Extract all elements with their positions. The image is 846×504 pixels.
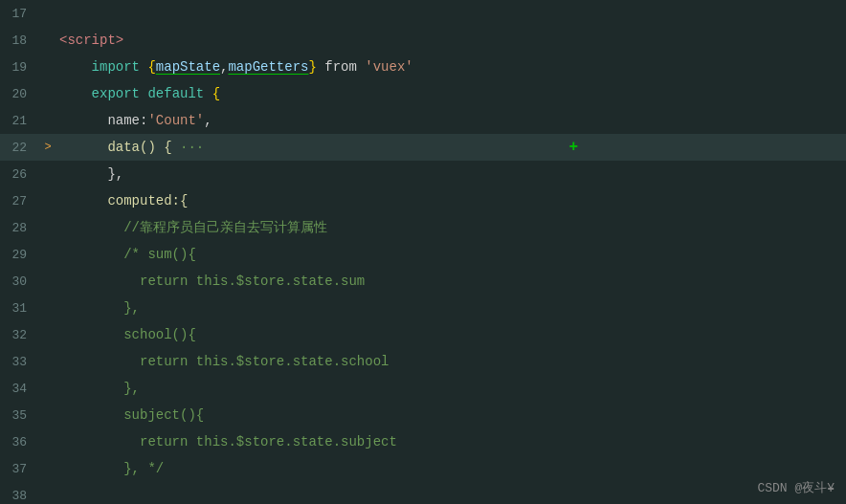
line-number: 21 [0, 114, 40, 128]
line-content: return this.$store.state.subject [56, 428, 846, 455]
line-number: 34 [0, 382, 40, 396]
code-line: 17 [0, 0, 846, 27]
line-number: 33 [0, 355, 40, 369]
line-number: 32 [0, 328, 40, 342]
line-number: 36 [0, 435, 40, 449]
code-line: 30 return this.$store.state.sum [0, 268, 846, 295]
line-number: 30 [0, 274, 40, 289]
code-line: 21 name:'Count', [0, 107, 846, 134]
line-content: }, */ [56, 455, 846, 482]
line-content: return this.$store.state.sum [56, 268, 846, 295]
line-content: data() { ··· [56, 134, 846, 161]
code-line: 22> data() { ···+ [0, 134, 846, 161]
code-line: 38 [0, 482, 846, 504]
code-line: 34 }, [0, 375, 846, 402]
code-line: 20 export default { [0, 80, 846, 107]
code-line: 28 //靠程序员自己亲自去写计算属性 [0, 214, 846, 241]
line-content: export default { [56, 80, 846, 107]
code-line: 32 school(){ [0, 321, 846, 348]
line-content: }, [56, 161, 846, 187]
line-number: 26 [0, 167, 40, 182]
line-content: subject(){ [56, 402, 846, 428]
code-lines: 1718<script>19 import {mapState,mapGette… [0, 0, 846, 504]
line-number: 37 [0, 462, 40, 476]
line-number: 19 [0, 60, 40, 75]
code-editor: 1718<script>19 import {mapState,mapGette… [0, 0, 846, 504]
line-number: 17 [0, 7, 40, 21]
line-number: 38 [0, 489, 40, 503]
line-content: import {mapState,mapGetters} from 'vuex' [56, 54, 846, 80]
code-line: 35 subject(){ [0, 402, 846, 428]
line-number: 28 [0, 221, 40, 235]
code-line: 19 import {mapState,mapGetters} from 'vu… [0, 54, 846, 80]
line-number: 27 [0, 194, 40, 208]
line-number: 31 [0, 301, 40, 316]
line-number: 29 [0, 248, 40, 262]
line-content: }, [56, 375, 846, 402]
code-line: 29 /* sum(){ [0, 241, 846, 268]
line-number: 20 [0, 87, 40, 101]
line-content: /* sum(){ [56, 241, 846, 268]
line-arrow: > [40, 141, 56, 154]
line-content: name:'Count', [56, 107, 846, 134]
line-content: }, [56, 295, 846, 321]
line-content: computed:{ [56, 187, 846, 214]
code-line: 26 }, [0, 161, 846, 187]
line-content: return this.$store.state.school [56, 348, 846, 375]
line-number: 18 [0, 33, 40, 48]
code-line: 18<script> [0, 27, 846, 54]
line-content: <script> [56, 27, 846, 54]
code-line: 31 }, [0, 295, 846, 321]
line-number: 22 [0, 141, 40, 155]
code-line: 37 }, */ [0, 455, 846, 482]
code-line: 27 computed:{ [0, 187, 846, 214]
expand-plus-icon[interactable]: + [568, 139, 578, 156]
code-line: 36 return this.$store.state.subject [0, 428, 846, 455]
line-content: //靠程序员自己亲自去写计算属性 [56, 214, 846, 241]
code-line: 33 return this.$store.state.school [0, 348, 846, 375]
watermark: CSDN @夜斗¥ [757, 479, 835, 496]
line-content: school(){ [56, 321, 846, 348]
line-number: 35 [0, 408, 40, 423]
